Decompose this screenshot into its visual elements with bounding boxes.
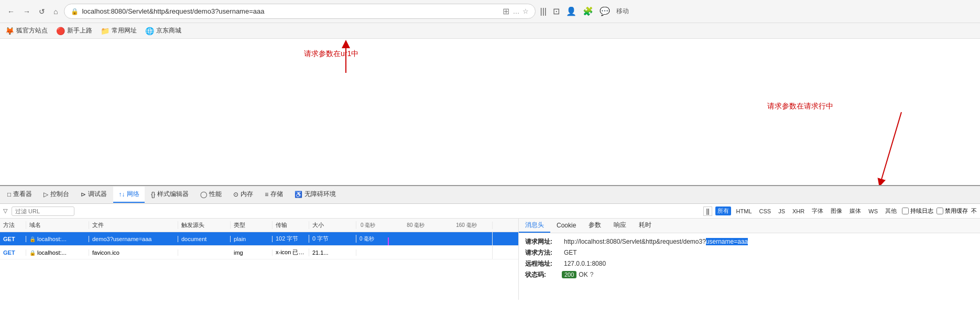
remote-address-label: 远程地址: — [525, 259, 562, 268]
details-tab-cookie[interactable]: Cookie — [550, 220, 582, 232]
filter-media[interactable]: 媒体 — [847, 207, 863, 215]
toolbar-icons: ||| ⊡ 👤 🧩 💬 移动 — [540, 6, 628, 16]
bookmark-newbie[interactable]: 🔴 新手上路 — [56, 26, 92, 35]
forward-button[interactable]: → — [21, 6, 32, 17]
sidebar-icon[interactable]: ||| — [540, 7, 546, 16]
details-tab-params[interactable]: 参数 — [582, 219, 607, 233]
filter-url-input[interactable] — [12, 207, 74, 216]
tab-network[interactable]: ↑↓ 网络 — [113, 187, 145, 203]
url-highlight: username=aaa — [706, 238, 748, 245]
tab-debugger-label: 调试器 — [88, 190, 107, 199]
details-tabs: 消息头 Cookie 参数 响应 耗时 — [519, 219, 980, 233]
folder-icon: 📁 — [101, 27, 110, 35]
extension-icon[interactable]: 🧩 — [583, 6, 593, 16]
trigger-cell-0: document — [178, 236, 231, 242]
filter-image[interactable]: 图像 — [829, 207, 844, 215]
details-tab-headers[interactable]: 消息头 — [519, 219, 550, 233]
status-text: OK — [579, 271, 587, 278]
tab-memory-label: 内存 — [241, 190, 253, 199]
type-cell-1: img — [231, 249, 273, 256]
network-row-favicon[interactable]: GET 🔒 localhost:... favicon.ico img x-ic… — [0, 246, 518, 259]
inspector-icon: □ — [7, 191, 11, 198]
request-method-label: 请求方法: — [525, 248, 562, 257]
address-input[interactable] — [82, 7, 499, 15]
status-help-icon[interactable]: ? — [590, 271, 594, 278]
more-icon[interactable]: … — [513, 7, 519, 15]
lock-1: 🔒 — [29, 250, 36, 256]
tab-storage[interactable]: ≡ 存储 — [259, 187, 288, 203]
filter-html[interactable]: HTML — [734, 208, 754, 215]
expand-icon[interactable]: ⊡ — [553, 6, 560, 16]
browser-toolbar: ← → ↺ ⌂ 🔒 ⊞ … ☆ ||| ⊡ 👤 🧩 💬 移动 — [0, 0, 980, 23]
tab-style-editor[interactable]: {} 样式编辑器 — [146, 187, 194, 203]
status-code-label: 状态码: — [525, 270, 562, 279]
network-list: 方法 域名 文件 触发源头 类型 传输 大小 0 毫秒 80 毫秒 160 毫秒 — [0, 219, 519, 300]
devtools-panel: □ 查看器 ▷ 控制台 ⊳ 调试器 ↑↓ 网络 {} 样式编辑器 ◯ 性能 ⊙ … — [0, 185, 980, 315]
network-icon: ↑↓ — [118, 191, 125, 198]
tab-console-label: 控制台 — [50, 190, 69, 199]
filter-js[interactable]: JS — [776, 208, 787, 215]
chat-icon[interactable]: 💬 — [600, 6, 610, 16]
pause-btn[interactable]: || — [703, 207, 712, 216]
tab-storage-label: 存储 — [270, 190, 283, 199]
overflow-indicator: 不 — [971, 207, 977, 215]
bookmark-newbie-label: 新手上路 — [67, 26, 92, 35]
status-code-row: 状态码: 200 OK ? — [525, 270, 974, 279]
file-cell-0: demo3?username=aaa — [89, 236, 178, 242]
bookmark-common[interactable]: 📁 常用网址 — [101, 26, 137, 35]
account-icon[interactable]: 👤 — [566, 6, 576, 16]
tab-debugger[interactable]: ⊳ 调试器 — [75, 187, 112, 203]
remote-address-row: 远程地址: 127.0.0.1:8080 — [525, 259, 974, 268]
filter-css[interactable]: CSS — [757, 208, 774, 215]
network-row-demo3[interactable]: GET 🔒 localhost:... demo3?username=aaa d… — [0, 232, 518, 246]
filter-other[interactable]: 其他 — [883, 207, 899, 215]
globe-icon: 🌐 — [145, 27, 154, 35]
filter-xhr[interactable]: XHR — [790, 208, 807, 215]
tab-network-label: 网络 — [127, 190, 139, 199]
filter-icon: ▽ — [3, 208, 7, 214]
network-table-header: 方法 域名 文件 触发源头 类型 传输 大小 0 毫秒 80 毫秒 160 毫秒 — [0, 219, 518, 232]
col-trigger-header: 触发源头 — [178, 221, 231, 229]
status-badge: 200 — [562, 271, 576, 278]
perf-icon: ◯ — [200, 191, 207, 198]
file-cell-1: favicon.ico — [89, 249, 178, 256]
bookmark-common-label: 常用网址 — [112, 26, 137, 35]
transfer-cell-1: x-icon 已缓存 — [273, 248, 309, 256]
url-annotation: 请求参数在ur1中 — [304, 49, 358, 59]
col-method-header: 方法 — [0, 221, 26, 229]
tab-memory[interactable]: ⊙ 内存 — [228, 187, 258, 203]
disable-cache-checkbox[interactable]: 禁用缓存 — [937, 207, 968, 215]
timeline-cell-0: 0 毫秒 — [356, 232, 493, 245]
bookmark-jd[interactable]: 🌐 京东商城 — [145, 26, 181, 35]
details-tab-response[interactable]: 响应 — [607, 219, 633, 233]
details-tab-timing[interactable]: 耗时 — [633, 219, 658, 233]
refresh-button[interactable]: ↺ — [37, 6, 47, 17]
bookmark-fox-site[interactable]: 🦊 狐官方站点 — [5, 26, 48, 35]
newbie-icon: 🔴 — [56, 27, 65, 35]
svg-line-1 — [880, 112, 901, 183]
bookmark-fox-label: 狐官方站点 — [16, 26, 48, 35]
tab-inspector-label: 查看器 — [13, 190, 32, 199]
tab-performance[interactable]: ◯ 性能 — [195, 187, 227, 203]
request-annotation-text: 请求参数在请求行中 — [767, 102, 833, 110]
details-panel: 消息头 Cookie 参数 响应 耗时 请求网址: http://localho… — [519, 219, 980, 300]
tab-style-label: 样式编辑器 — [157, 190, 189, 199]
tab-console[interactable]: ▷ 控制台 — [38, 187, 74, 203]
request-method-row: 请求方法: GET — [525, 248, 974, 257]
col-size-header: 大小 — [309, 221, 356, 229]
tab-inspector[interactable]: □ 查看器 — [2, 187, 37, 203]
timeline-label-160: 160 毫秒 — [456, 222, 476, 229]
lock-0: 🔒 — [29, 236, 36, 242]
remote-address-value: 127.0.0.1:8080 — [564, 260, 606, 267]
mobile-label: 移动 — [616, 7, 629, 16]
tab-accessibility[interactable]: ♿ 无障碍环境 — [289, 187, 341, 203]
star-icon[interactable]: ☆ — [522, 7, 529, 15]
size-cell-1: 21.1... — [309, 249, 356, 256]
col-transfer-header: 传输 — [273, 221, 309, 229]
home-button[interactable]: ⌂ — [51, 6, 60, 17]
filter-ws[interactable]: WS — [866, 208, 880, 215]
filter-all[interactable]: 所有 — [715, 207, 731, 215]
filter-font[interactable]: 字体 — [810, 207, 825, 215]
back-button[interactable]: ← — [5, 6, 17, 17]
persistent-log-checkbox[interactable]: 持续日志 — [902, 207, 933, 215]
